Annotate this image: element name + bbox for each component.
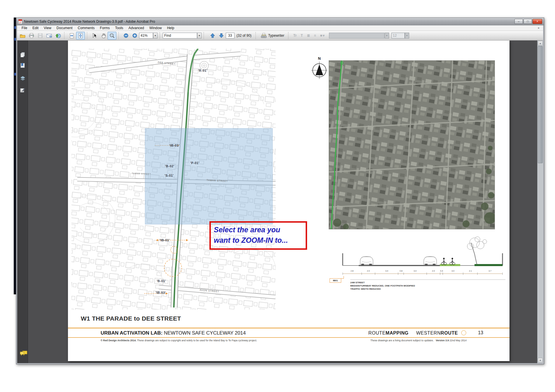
font-size-combo[interactable]: 12 bbox=[391, 33, 405, 38]
menu-advanced[interactable]: Advanced bbox=[126, 26, 147, 30]
version-date: 22nd May 2014 bbox=[449, 339, 467, 342]
share-upload-button[interactable] bbox=[53, 32, 62, 40]
map-label-r01: 'R-01' bbox=[198, 69, 207, 72]
email-button[interactable] bbox=[45, 32, 53, 40]
sheet-page-number: 13 bbox=[478, 330, 483, 335]
zoom-instruction-callout: Select the area you want to ZOOM-IN to..… bbox=[209, 221, 307, 250]
printer-icon bbox=[29, 33, 34, 38]
route-word: ROUTE bbox=[368, 331, 386, 335]
fit-width-button[interactable] bbox=[67, 32, 76, 40]
dim-6: 0.4 bbox=[440, 270, 443, 272]
scroll-down-button[interactable]: ▼ bbox=[538, 358, 543, 363]
section-ref-badge: IB01 bbox=[330, 278, 341, 283]
zoom-marquee-button[interactable] bbox=[108, 32, 116, 40]
aerial-photo-image bbox=[329, 61, 495, 229]
fit-width-icon bbox=[69, 33, 75, 39]
comments-panel-button[interactable] bbox=[20, 350, 28, 357]
pages-icon bbox=[20, 52, 26, 58]
paragraph-spacing-icon[interactable]: ≡ bbox=[312, 34, 318, 38]
email-envelope-icon bbox=[46, 33, 52, 38]
dim-1: 2.0 bbox=[367, 270, 370, 272]
pdf-page: DEE STREET TAMAR STREET TAMAR STREET AVO… bbox=[68, 41, 510, 361]
font-family-combo[interactable] bbox=[329, 33, 384, 38]
find-dropdown[interactable]: ▼ bbox=[197, 33, 202, 38]
hand-tool-icon bbox=[100, 33, 106, 39]
next-page-button[interactable] bbox=[217, 32, 226, 40]
signatures-panel-button[interactable] bbox=[20, 87, 26, 94]
section-ref-leader bbox=[341, 276, 344, 279]
title-bar[interactable]: Newtown Safe Cycleway 2014 Route Network… bbox=[16, 18, 544, 25]
map-label-ib03: 'IB-03' bbox=[155, 291, 166, 294]
select-cursor-icon bbox=[92, 33, 97, 38]
page-number-input[interactable] bbox=[226, 33, 234, 38]
close-button[interactable]: × bbox=[533, 19, 542, 24]
zoom-level-dropdown[interactable]: ▼ bbox=[153, 33, 157, 38]
callout-line2: want to ZOOM-IN to... bbox=[214, 235, 306, 245]
footer-route-mapping: ROUTEMAPPINGWESTERNROUTE bbox=[368, 331, 458, 336]
menu-window[interactable]: Window bbox=[147, 26, 164, 30]
plan-map[interactable]: DEE STREET TAMAR STREET TAMAR STREET AVO… bbox=[71, 49, 276, 310]
bookmarks-panel-button[interactable] bbox=[20, 62, 26, 69]
menu-comments[interactable]: Comments bbox=[75, 26, 97, 30]
navigation-pane bbox=[17, 41, 28, 363]
zoom-level-input[interactable] bbox=[139, 33, 153, 38]
open-button[interactable] bbox=[18, 32, 27, 40]
menu-forms[interactable]: Forms bbox=[97, 26, 113, 30]
text-color-icon[interactable]: ■▾ bbox=[318, 34, 327, 38]
find-input[interactable] bbox=[163, 33, 197, 38]
copyright-bold: © Red Design Architects 2014. bbox=[101, 339, 136, 342]
font-size-dropdown[interactable]: ▼ bbox=[405, 33, 409, 38]
typewriter-button[interactable]: Typewriter bbox=[259, 32, 286, 40]
scroll-up-button[interactable]: ▲ bbox=[538, 41, 543, 46]
dim-3: 0.8 bbox=[400, 270, 402, 272]
select-tool-button[interactable] bbox=[90, 32, 99, 40]
bookmarks-icon bbox=[20, 62, 26, 69]
line-spacing-icon[interactable]: ≣ bbox=[305, 34, 312, 38]
copyright-rest: These drawings are subject to copyright … bbox=[136, 339, 257, 342]
map-label-s01: 'S-01' bbox=[164, 174, 174, 177]
pdf-canvas[interactable]: DEE STREET TAMAR STREET TAMAR STREET AVO… bbox=[28, 41, 537, 363]
zoom-selection-region[interactable] bbox=[145, 128, 273, 224]
minimize-button[interactable]: – bbox=[514, 19, 523, 24]
menu-file[interactable]: File bbox=[19, 26, 30, 30]
western-word: WESTERN bbox=[416, 331, 441, 335]
previous-page-button[interactable] bbox=[208, 32, 217, 40]
section-desc1: MEDIAN/TURNBAY REDUCED, ONE FOOTPATH MOD… bbox=[350, 284, 505, 287]
section-title: 24M STREET bbox=[350, 281, 505, 284]
layers-icon bbox=[20, 75, 26, 82]
dim-9: 3.7 bbox=[489, 270, 491, 272]
aerial-photo[interactable] bbox=[329, 60, 495, 229]
menu-edit[interactable]: Edit bbox=[30, 26, 41, 30]
maximize-button[interactable]: □ bbox=[524, 19, 532, 24]
text-smaller-icon[interactable]: Tr bbox=[291, 34, 299, 38]
north-label: N bbox=[318, 56, 321, 61]
zoom-out-button[interactable] bbox=[122, 32, 130, 40]
mapping-word: MAPPING bbox=[386, 331, 409, 335]
menu-help[interactable]: Help bbox=[164, 26, 177, 30]
text-larger-icon[interactable]: T bbox=[299, 34, 305, 38]
zoom-out-icon bbox=[123, 33, 129, 38]
menu-view[interactable]: View bbox=[41, 26, 54, 30]
close-document-icon[interactable]: × bbox=[536, 26, 541, 30]
living-doc-text: These drawings are a living document sub… bbox=[370, 339, 434, 342]
fit-page-button[interactable] bbox=[76, 32, 85, 40]
font-family-dropdown[interactable]: ▼ bbox=[385, 33, 389, 38]
toolbar: ▼ ▼ (32 of 90) bbox=[17, 31, 543, 41]
scrollbar-thumb[interactable] bbox=[538, 46, 543, 163]
layers-panel-button[interactable] bbox=[20, 75, 26, 82]
pages-panel-button[interactable] bbox=[20, 52, 26, 58]
version-bold: Version 3.9 bbox=[436, 339, 449, 342]
document-area: DEE STREET TAMAR STREET TAMAR STREET AVO… bbox=[17, 41, 543, 363]
pdf-file-icon bbox=[18, 19, 22, 24]
menu-document[interactable]: Document bbox=[54, 26, 75, 30]
hand-tool-button[interactable] bbox=[99, 32, 108, 40]
north-arrow: N bbox=[311, 56, 328, 81]
save-button[interactable] bbox=[36, 32, 45, 40]
page-count-label: (32 of 90) bbox=[237, 34, 251, 38]
zoom-in-button[interactable] bbox=[130, 32, 139, 40]
dim-7: 3.0 bbox=[451, 270, 454, 272]
street-cross-section: 2.8 2.0 3.4 0.8 3.4 2.0 0.4 3.0 2.1 3.7 bbox=[340, 236, 508, 280]
menu-tools[interactable]: Tools bbox=[113, 26, 126, 30]
print-button[interactable] bbox=[27, 32, 36, 40]
vertical-scrollbar[interactable]: ▲ ▼ bbox=[537, 41, 543, 363]
